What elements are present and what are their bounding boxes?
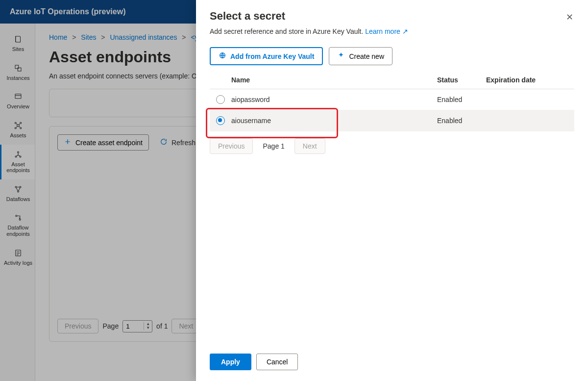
- close-button[interactable]: ✕: [563, 9, 576, 25]
- panel-pager: Previous Page 1 Next: [196, 131, 588, 161]
- learn-more-label: Learn more: [365, 27, 400, 35]
- select-secret-panel: ✕ Select a secret Add secret reference a…: [196, 0, 588, 381]
- cell-status: Enabled: [437, 96, 486, 103]
- panel-subtitle: Add secret reference and store in Azure …: [210, 27, 574, 35]
- col-status: Status: [437, 76, 486, 84]
- table-row[interactable]: aiopassword Enabled: [210, 89, 574, 110]
- table-header: Name Status Expiration date: [210, 71, 574, 89]
- globe-icon: [219, 51, 226, 61]
- close-icon: ✕: [566, 12, 573, 22]
- create-new-label: Create new: [349, 52, 384, 60]
- app-root: Azure IoT Operations (preview) Sites Ins…: [0, 0, 588, 381]
- cell-status: Enabled: [437, 117, 486, 125]
- create-new-button[interactable]: Create new: [329, 47, 392, 65]
- panel-footer: Apply Cancel: [196, 345, 588, 381]
- learn-more-link[interactable]: Learn more ↗: [365, 27, 408, 35]
- panel-subtitle-text: Add secret reference and store in Azure …: [210, 27, 365, 35]
- col-name: Name: [231, 76, 437, 84]
- sparkle-icon: [337, 51, 345, 61]
- radio-aiopassword[interactable]: [216, 95, 225, 104]
- secret-table: Name Status Expiration date aiopassword …: [196, 71, 588, 131]
- panel-pager-next[interactable]: Next: [294, 138, 325, 154]
- cell-name: aiousername: [231, 117, 437, 125]
- table-row[interactable]: aiousername Enabled: [210, 110, 574, 131]
- panel-pager-previous[interactable]: Previous: [210, 138, 253, 154]
- panel-pager-current: Page 1: [258, 139, 289, 153]
- cell-name: aiopassword: [231, 96, 437, 103]
- add-kv-label: Add from Azure Key Vault: [230, 52, 314, 60]
- apply-button[interactable]: Apply: [210, 354, 251, 370]
- panel-header: Select a secret Add secret reference and…: [196, 0, 588, 39]
- panel-actions: Add from Azure Key Vault Create new: [196, 39, 588, 71]
- panel-title: Select a secret: [210, 10, 574, 23]
- external-link-icon: ↗: [402, 27, 408, 35]
- add-from-key-vault-button[interactable]: Add from Azure Key Vault: [210, 47, 323, 65]
- radio-aiousername[interactable]: [216, 116, 225, 125]
- cancel-button[interactable]: Cancel: [256, 354, 298, 370]
- col-expiration: Expiration date: [486, 76, 574, 84]
